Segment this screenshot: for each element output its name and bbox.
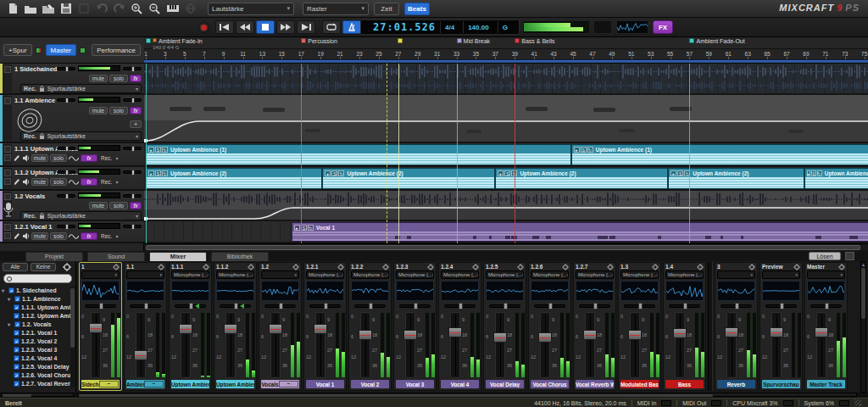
volume-fader-handle[interactable] [448,327,462,337]
mixer-strip-1.2.6[interactable]: 1.2.6Microphone (...▾06129182736Vocal Ch… [528,262,571,391]
volume-fader-track[interactable] [136,312,146,378]
tree-item[interactable]: ▾✓1.2. Vocals [0,320,71,328]
network-icon[interactable] [181,2,199,16]
audio-clip[interactable]: ▸S↻Uptown Ambience (2) [668,168,804,189]
edit-pencil-icon[interactable] [14,232,20,240]
volume-fader-track[interactable] [315,312,326,378]
volume-fader-track[interactable] [360,312,370,378]
volume-fader-handle[interactable] [583,330,597,340]
mute-button[interactable]: mute [89,107,108,114]
automation-wave-icon[interactable] [69,232,79,240]
zoom-out-icon[interactable] [146,2,164,16]
clip-play-icon[interactable]: ▸ [148,147,154,153]
clip-header[interactable]: ▸S↻Uptown Ambience (2) [805,169,868,177]
tree-item[interactable]: ✓1.2.2. Vocal 2 [0,337,71,345]
solo-button[interactable]: solo [50,232,67,240]
tree-expand-icon[interactable]: ▾ [2,287,7,293]
volume-fader-track[interactable] [270,312,281,378]
pan-slider[interactable] [128,303,163,309]
tree-item[interactable]: ✓1.2.7. Vocal Reverb [0,379,71,387]
tab-mixer[interactable]: Mixer [149,252,207,261]
clip-snap-icon[interactable]: S [504,170,510,176]
key-value[interactable]: G [498,21,512,33]
pan-slider[interactable] [487,303,522,309]
tree-checkbox[interactable]: ✓ [14,347,19,353]
redo-icon[interactable] [110,2,128,16]
tree-item[interactable]: ✓1.2.4. Vocal 4 [0,354,71,362]
channel-name-label[interactable]: Vocal 4 [441,380,479,388]
track-fx-button[interactable]: fx [130,75,142,82]
volume-fader-handle[interactable] [493,332,507,343]
edit-pencil-icon[interactable] [14,178,20,186]
automation-wave-icon[interactable] [69,178,79,186]
track-header-1.1.2[interactable]: 1.1.2 Uptown Ambie...mutesolofxRec.▾ [0,167,144,191]
solo-button[interactable]: solo [50,154,67,162]
clip-play-icon[interactable]: ▸ [670,170,676,176]
tab-sound[interactable]: Sound [87,252,145,261]
tree-checkbox[interactable]: ✓ [14,330,19,336]
volume-fader-track[interactable] [91,312,101,378]
clip-play-icon[interactable]: ▸ [325,170,331,176]
tab-projekt[interactable]: Projekt [25,252,83,261]
tree-checkbox[interactable]: ✓ [14,355,19,361]
volume-fader-handle[interactable] [359,330,372,340]
midi-keyboard-icon[interactable] [164,2,181,16]
audio-clip[interactable]: ▸S↻Vocal 1 [292,222,868,242]
pan-handle[interactable] [638,303,643,309]
track-pan-slider[interactable] [123,194,142,198]
pan-slider[interactable] [218,303,253,309]
gear-icon[interactable] [748,264,755,270]
channel-name-label[interactable]: Modulated Bass [620,380,659,388]
input-source-dropdown[interactable]: Microphone (...▾ [441,270,479,279]
pan-handle[interactable] [825,303,829,309]
mixer-strip-1.2.5[interactable]: 1.2.5Microphone (...▾06129182736Vocal De… [483,262,526,391]
clip-snap-icon[interactable]: S [581,147,587,153]
speaker-icon[interactable] [22,154,30,162]
channel-name-label[interactable]: Bass [665,380,704,388]
mixer-strip-1.1.1[interactable]: 1.1.1Microphone (...▾06129182736Uptown A… [169,262,212,391]
pan-handle[interactable] [780,303,784,309]
channel-name-label[interactable]: Ambience− [126,380,164,388]
performance-button[interactable]: Performance [92,44,141,56]
pan-slider[interactable] [398,303,432,309]
audio-clip[interactable]: ▸S↻Uptown Ambience (1) [571,144,868,165]
track-volume-slider[interactable] [57,170,75,174]
clip-play-icon[interactable]: ▸ [294,225,300,231]
input-source-dropdown[interactable]: Microphone (...▾ [531,270,569,279]
tree-checkbox[interactable]: ✓ [14,296,20,302]
track-pan-slider[interactable] [123,67,142,70]
track-volume-slider[interactable] [57,194,75,198]
mixer-strip-1.3[interactable]: 1.3Microphone (...▾06129182736Modulated … [618,262,661,391]
pan-slider[interactable] [622,303,657,309]
mixer-strip-1.2.4[interactable]: 1.2.4Microphone (...▾06129182736Vocal 4 [438,262,481,391]
record-button[interactable] [198,22,209,33]
timeline-marker[interactable] [398,38,404,43]
clip-header[interactable]: ▸S↻Uptown Ambience (2) [147,169,321,177]
input-source-dropdown[interactable]: ▾ [717,270,755,279]
clip-loop-icon[interactable]: ↻ [162,170,168,176]
channel-name-label[interactable]: Master Track [807,380,845,388]
gear-icon[interactable] [203,264,209,270]
lane-1.1[interactable] [144,95,868,143]
collapse-button[interactable]: − [279,381,298,387]
pan-handle[interactable] [144,303,148,309]
pan-handle[interactable] [459,303,463,309]
track-fx-button[interactable]: fx [81,232,97,240]
collapse-button[interactable]: − [99,381,119,387]
mixer-strip-Preview[interactable]: Preview▾06129182736Spurvorschau [760,262,803,391]
pan-handle[interactable] [189,303,193,309]
input-source-dropdown[interactable]: ▾ [81,270,120,279]
pan-slider[interactable] [719,303,754,309]
clip-loop-icon[interactable]: ↻ [308,225,314,231]
gear-icon[interactable] [517,264,524,270]
volume-fader-track[interactable] [495,312,505,378]
pan-slider[interactable] [764,303,798,309]
track-header-1.1.1[interactable]: 1.1.1 Uptown Ambie...mutesolofxRec.▾ [0,143,144,167]
loop-button[interactable] [322,20,341,34]
clip-header[interactable]: ▸S↻Vocal 1 [292,223,868,231]
stop-button[interactable] [256,20,275,34]
volume-fader-track[interactable] [771,312,782,378]
timeline-marker[interactable]: Bass & Bells [515,38,554,44]
mixer-strip-1.2.3[interactable]: 1.2.3Microphone (...▾06129182736Vocal 3 [393,262,437,391]
select-none-button[interactable]: Keine [31,263,56,271]
